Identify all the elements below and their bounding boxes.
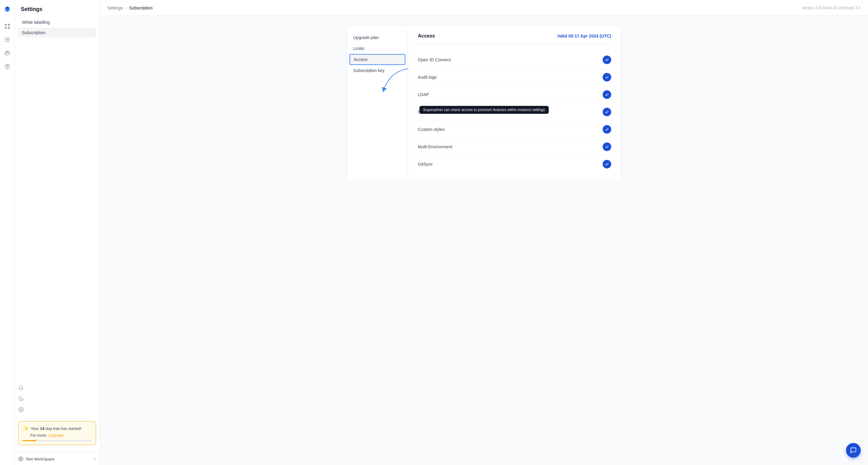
feature-name: Custom styles xyxy=(418,127,445,132)
card-content: Access Valid till 17 Apr 2024 (UTC) Open… xyxy=(408,26,621,180)
card-nav-limits[interactable]: Limits xyxy=(347,43,408,54)
workspace-gear-icon xyxy=(18,457,23,461)
card-nav-access[interactable]: Access xyxy=(349,54,405,65)
feature-name: Multi-Environment xyxy=(418,144,452,149)
workspace-footer[interactable]: Test WorkSpace ∨ xyxy=(14,453,100,465)
upgrade-link[interactable]: Upgrade xyxy=(49,433,64,438)
feature-row: Custom styles xyxy=(418,121,611,138)
workspace-name: Test WorkSpace xyxy=(26,457,54,461)
subscription-card: Upgrade plan Limits Access Subscription … xyxy=(347,26,621,180)
feature-row: LDAP xyxy=(418,86,611,104)
feature-row: Multi-Environment xyxy=(418,138,611,155)
package-icon[interactable] xyxy=(2,61,13,72)
feature-name: Audit logs xyxy=(418,75,436,80)
svg-point-8 xyxy=(21,409,22,411)
sidebar-menu: White labelling Subscription xyxy=(14,18,100,200)
logo-icon[interactable] xyxy=(2,4,13,14)
workspace-chevron-icon: ∨ xyxy=(93,457,96,461)
chat-button[interactable] xyxy=(846,443,861,458)
check-enabled-icon xyxy=(603,125,611,134)
trial-progress-fill xyxy=(22,440,36,441)
breadcrumb-separator: › xyxy=(125,5,127,10)
trial-text: Your 14-day trial has started! xyxy=(31,426,82,431)
check-enabled-icon xyxy=(603,160,611,168)
svg-rect-1 xyxy=(8,24,10,26)
svg-point-9 xyxy=(20,458,21,460)
tooltip-container: Superadmin can check access to premium f… xyxy=(420,106,549,114)
trial-upgrade-text: For more, Upgrade xyxy=(22,433,92,438)
feature-row: GitSync xyxy=(418,155,611,173)
card-nav-subscription-key[interactable]: Subscription key xyxy=(347,65,408,76)
feature-name: Open ID Connect xyxy=(418,57,451,62)
moon-icon[interactable] xyxy=(18,394,96,404)
svg-rect-5 xyxy=(5,39,10,40)
trial-progress-bar xyxy=(22,440,92,441)
svg-rect-3 xyxy=(8,27,10,29)
trial-banner: ✨ Your 14-day trial has started! For mor… xyxy=(18,421,96,445)
trial-days: 14 xyxy=(40,426,44,431)
svg-point-7 xyxy=(5,51,9,53)
check-enabled-icon xyxy=(603,143,611,151)
feature-row: Open ID Connect xyxy=(418,51,611,69)
valid-till-badge: Valid till 17 Apr 2024 (UTC) xyxy=(557,34,611,38)
top-bar: Settings › Subscription Version 2.33.6-e… xyxy=(100,0,868,16)
bell-icon[interactable] xyxy=(18,383,96,393)
list-view-icon[interactable] xyxy=(2,34,13,45)
tooltip-box: Superadmin can check access to premium f… xyxy=(420,106,549,114)
sidebar-bottom-icons xyxy=(14,383,100,415)
check-enabled-icon xyxy=(603,56,611,64)
svg-rect-0 xyxy=(5,24,7,26)
breadcrumb-current: Subscription xyxy=(129,5,153,10)
sidebar: Settings White labelling Subscription xyxy=(14,0,100,465)
sidebar-bottom: ✨ Your 14-day trial has started! For mor… xyxy=(14,417,100,453)
svg-rect-6 xyxy=(5,41,10,41)
svg-rect-4 xyxy=(5,38,10,38)
apps-grid-icon[interactable] xyxy=(2,21,13,32)
card-nav-upgrade-plan[interactable]: Upgrade plan xyxy=(347,32,408,43)
database-stack-icon[interactable] xyxy=(2,48,13,59)
access-title: Access xyxy=(418,33,435,39)
feature-name: GitSync xyxy=(418,162,433,167)
sidebar-item-subscription[interactable]: Subscription xyxy=(18,28,96,37)
check-enabled-icon xyxy=(603,90,611,99)
page-body: Upgrade plan Limits Access Subscription … xyxy=(100,16,868,465)
sidebar-item-white-labelling[interactable]: White labelling xyxy=(18,18,96,27)
feature-name: LDAP xyxy=(418,92,429,97)
card-content-header: Access Valid till 17 Apr 2024 (UTC) xyxy=(418,33,611,44)
trial-sparkle-icon: ✨ xyxy=(22,425,29,432)
breadcrumb-root[interactable]: Settings xyxy=(107,5,123,10)
settings-title: Settings xyxy=(14,0,100,18)
version-label: Version 2.33.6-ee2.15.19-cloud2.3.7 xyxy=(802,6,861,10)
svg-rect-2 xyxy=(5,27,7,29)
check-enabled-icon xyxy=(603,73,611,82)
card-nav: Upgrade plan Limits Access Subscription … xyxy=(347,26,408,180)
settings-gear-icon[interactable] xyxy=(18,405,96,415)
workspace-footer-left: Test WorkSpace xyxy=(18,457,54,461)
breadcrumb: Settings › Subscription xyxy=(107,5,153,10)
check-enabled-icon xyxy=(603,108,611,116)
main-content: Settings › Subscription Version 2.33.6-e… xyxy=(100,0,868,465)
feature-row: Audit logs xyxy=(418,69,611,86)
icon-rail xyxy=(0,0,14,465)
